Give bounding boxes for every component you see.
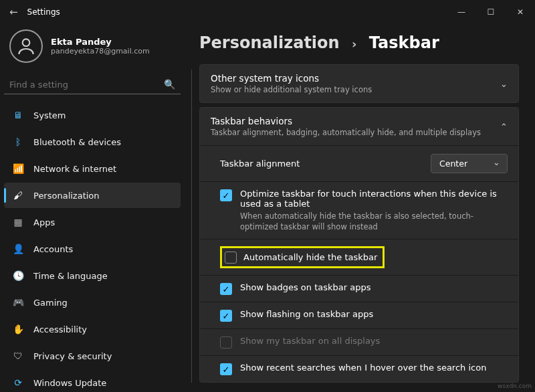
setting-row[interactable]: ✓Optimize taskbar for touch interactions… (200, 182, 518, 239)
close-button[interactable]: ✕ (506, 0, 535, 24)
setting-label: Automatically hide the taskbar (243, 252, 377, 262)
windows-update-icon: ⟳ (12, 377, 24, 389)
personalization-icon: 🖌 (12, 189, 24, 201)
sidebar-item-privacy-security[interactable]: 🛡Privacy & security (4, 343, 181, 369)
svg-point-0 (23, 39, 30, 46)
sidebar-item-label: Accessibility (33, 324, 87, 334)
checkbox[interactable]: ✓ (220, 189, 232, 201)
sidebar-item-label: Personalization (33, 191, 100, 201)
setting-row[interactable]: ✓Show recent searches when I hover over … (200, 356, 518, 382)
sidebar-item-apps[interactable]: ▦Apps (4, 209, 181, 235)
content-area: Personalization › Taskbar Other system t… (185, 24, 535, 392)
watermark: wsxdn.com (498, 383, 532, 389)
accounts-icon: 👤 (12, 243, 24, 255)
chevron-right-icon: › (352, 37, 356, 51)
chevron-down-icon: ⌄ (500, 79, 508, 89)
sidebar-item-label: Time & language (33, 271, 108, 281)
bluetooth-devices-icon: ᛒ (12, 136, 24, 148)
chevron-up-icon: ⌃ (500, 122, 508, 132)
sidebar-item-label: Privacy & security (33, 351, 112, 361)
breadcrumb: Personalization › Taskbar (199, 31, 519, 64)
setting-label: Show flashing on taskbar apps (240, 309, 373, 319)
checkbox[interactable]: ✓ (220, 363, 232, 375)
time-language-icon: 🕓 (12, 270, 24, 282)
search-icon: 🔍 (164, 79, 175, 90)
sidebar-item-accessibility[interactable]: ✋Accessibility (4, 316, 181, 342)
sidebar-item-time-language[interactable]: 🕓Time & language (4, 263, 181, 288)
network-internet-icon: 📶 (12, 163, 24, 175)
accessibility-icon: ✋ (12, 323, 24, 335)
window-title: Settings (27, 7, 447, 17)
setting-label: Optimize taskbar for touch interactions … (240, 189, 508, 209)
sidebar-item-system[interactable]: 🖥System (4, 102, 181, 128)
card-title: Other system tray icons (211, 73, 500, 84)
avatar-icon (9, 29, 43, 63)
sidebar-item-label: System (33, 110, 66, 120)
maximize-button[interactable]: ☐ (476, 0, 506, 24)
sidebar-item-label: Gaming (33, 298, 68, 308)
row-taskbar-alignment: Taskbar alignment Center (200, 146, 518, 182)
profile-block[interactable]: Ekta Pandey pandeyekta78@gmail.com (0, 24, 185, 75)
sidebar: Ekta Pandey pandeyekta78@gmail.com 🔍 🖥Sy… (0, 24, 185, 392)
sidebar-item-windows-update[interactable]: ⟳Windows Update (4, 370, 181, 392)
sidebar-item-label: Windows Update (33, 378, 106, 388)
card-system-tray-icons[interactable]: Other system tray icons Show or hide add… (199, 64, 519, 103)
search-input[interactable] (9, 80, 164, 90)
privacy-security-icon: 🛡 (12, 350, 24, 362)
sidebar-item-label: Apps (33, 217, 55, 227)
setting-label: Show recent searches when I hover over t… (240, 363, 486, 373)
profile-name: Ekta Pandey (51, 37, 150, 47)
profile-email: pandeyekta78@gmail.com (51, 47, 150, 56)
card-header-behaviors[interactable]: Taskbar behaviors Taskbar alignment, bad… (200, 108, 518, 145)
setting-row: Show my taskbar on all displays (200, 329, 518, 356)
setting-label: Show my taskbar on all displays (240, 336, 380, 346)
setting-row[interactable]: Automatically hide the taskbar (200, 239, 518, 276)
alignment-label: Taskbar alignment (220, 159, 431, 169)
sidebar-item-network-internet[interactable]: 📶Network & internet (4, 156, 181, 181)
alignment-dropdown[interactable]: Center (431, 154, 508, 173)
titlebar: ← Settings — ☐ ✕ (0, 0, 535, 24)
setting-label: Show badges on taskbar apps (240, 282, 370, 292)
sidebar-item-bluetooth-devices[interactable]: ᛒBluetooth & devices (4, 129, 181, 155)
checkbox[interactable] (225, 252, 237, 264)
setting-row[interactable]: ✓Show badges on taskbar apps (200, 276, 518, 302)
checkbox[interactable]: ✓ (220, 283, 232, 295)
back-arrow-icon[interactable]: ← (9, 6, 18, 18)
card-subtitle: Show or hide additional system tray icon… (211, 85, 500, 94)
sidebar-item-accounts[interactable]: 👤Accounts (4, 236, 181, 262)
sidebar-item-label: Accounts (33, 244, 73, 254)
card-title: Taskbar behaviors (211, 116, 500, 126)
highlighted-setting: Automatically hide the taskbar (220, 246, 385, 268)
sidebar-item-gaming[interactable]: 🎮Gaming (4, 290, 181, 315)
setting-row[interactable]: ✓Show flashing on taskbar apps (200, 302, 518, 329)
breadcrumb-parent[interactable]: Personalization (199, 33, 340, 52)
sidebar-item-personalization[interactable]: 🖌Personalization (4, 183, 181, 208)
checkbox (220, 336, 232, 349)
apps-icon: ▦ (12, 216, 24, 228)
gaming-icon: 🎮 (12, 296, 24, 308)
nav-list: 🖥SystemᛒBluetooth & devices📶Network & in… (0, 102, 185, 392)
breadcrumb-current: Taskbar (369, 33, 439, 52)
minimize-button[interactable]: — (447, 0, 476, 24)
card-subtitle: Taskbar alignment, badging, automaticall… (211, 128, 500, 137)
card-taskbar-behaviors: Taskbar behaviors Taskbar alignment, bad… (199, 107, 519, 383)
sidebar-item-label: Network & internet (33, 164, 116, 174)
checkbox[interactable]: ✓ (220, 310, 232, 322)
search-box[interactable]: 🔍 (4, 75, 181, 94)
setting-description: When automatically hide the taskbar is a… (240, 211, 508, 232)
sidebar-item-label: Bluetooth & devices (33, 137, 121, 147)
system-icon: 🖥 (12, 109, 24, 121)
